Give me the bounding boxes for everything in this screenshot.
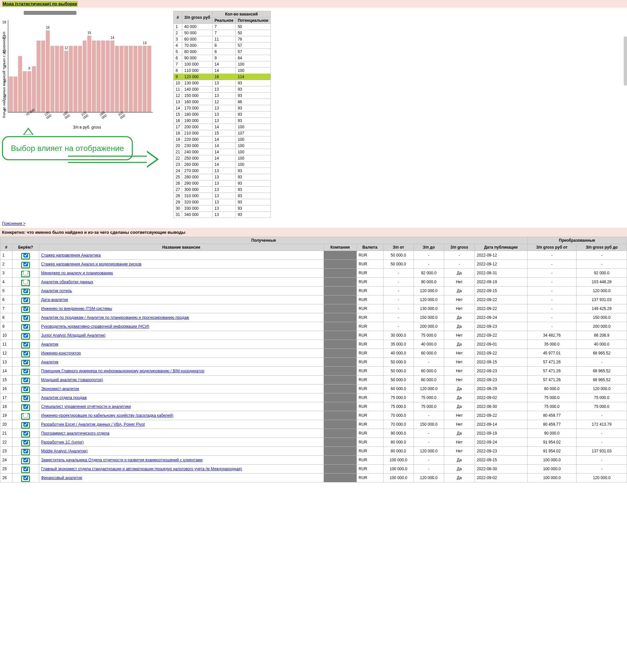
stat-row: 250 000750 [174,30,271,36]
vacancy-link[interactable]: Заместитель начальника Отдела отчетности… [41,458,203,462]
vacancy-link[interactable]: Инженер по внедрению ITSM-системы [41,306,112,311]
stat-row: 13160 0001286 [174,99,271,105]
select-checkbox[interactable] [23,386,28,391]
vacancy-link[interactable]: Стажер направления Аналитика [41,253,101,258]
vacancy-link[interactable]: Аналитик по продажам / Аналитик по плани… [41,315,189,320]
vacancy-link[interactable]: Аналитик отдела продаж [41,395,87,400]
select-checkbox[interactable] [23,378,28,382]
table-row: 14Помощник Главного инженера по информац… [0,367,627,376]
scrollbar[interactable] [624,36,627,86]
vacancy-link[interactable]: Разработчик 1С (junior) [41,440,84,445]
company-cell [324,456,356,464]
chart-x-axis-label: З/п в руб. gross [21,125,153,129]
chart-bar [41,41,45,112]
res-col-2: Название вакансии [39,244,324,251]
explain-link[interactable]: Пояснения > [2,221,25,226]
vacancy-link[interactable]: Главный экономист отдела стандартизации … [41,466,242,471]
table-row: 5Аналитик потерьRUR-120 000.0Да2022-09-1… [0,287,627,295]
chart-bar [55,46,59,113]
select-checkbox[interactable] [23,324,28,329]
vacancy-link[interactable]: Аналитик [41,360,58,364]
table-row: 11АналитикRUR35 000.040 000.0Да2022-09-0… [0,340,627,349]
company-cell [324,322,356,331]
vacancy-link[interactable]: Руководитель нормативно-справочной инфор… [41,324,149,329]
select-checkbox[interactable] [23,342,28,346]
vacancy-link[interactable]: Аналитик обработки данных [41,280,93,284]
vacancy-link[interactable]: Дата-аналитик [41,297,68,302]
select-checkbox[interactable] [23,315,28,320]
table-row: 24Заместитель начальника Отдела отчетнос… [0,456,627,464]
chart-bar [73,46,77,113]
stat-row: 9120 00016114 [174,74,271,80]
chart-bar [36,41,41,112]
select-checkbox[interactable] [23,413,28,418]
table-row: 12Инженер-конструкторRUR40 000.060 000.0… [0,349,627,358]
company-cell [324,411,356,420]
select-checkbox[interactable] [23,458,28,462]
group-received: Полученные [0,237,527,244]
company-cell [324,420,356,429]
company-cell [324,269,356,278]
vacancy-link[interactable]: Junior Analyst (Младший Аналитик) [41,333,106,338]
select-checkbox[interactable] [23,395,28,400]
select-checkbox[interactable] [23,306,28,311]
select-checkbox[interactable] [23,440,28,445]
select-checkbox[interactable] [23,449,28,453]
vacancy-link[interactable]: Аналитик потерь [41,289,72,293]
vacancy-link[interactable]: Инженер-проектировщик по кабельному хозя… [41,413,173,418]
chart-bar: 13 [143,46,147,113]
select-checkbox[interactable] [23,422,28,427]
stat-row: 12150 0001393 [174,93,271,99]
vacancy-link[interactable]: Стажер направления Анализ и моделировани… [41,262,141,266]
company-cell [324,438,356,447]
stat-row: 10130 0001393 [174,80,271,87]
stat-row: 470 000857 [174,43,271,49]
vacancy-link[interactable]: Помощник Главного инженера по информацио… [41,369,204,373]
select-checkbox[interactable] [23,271,28,275]
select-checkbox[interactable] [23,253,28,258]
select-checkbox[interactable] [23,333,28,338]
vacancy-link[interactable]: Финансовый аналитик [41,476,82,480]
stat-row: 20230 00014100 [174,143,271,149]
stat-row: 28310 0001393 [174,193,271,199]
stat-row: 8110 00014100 [174,68,271,74]
vacancy-link[interactable]: Специалист управления отчётности и анали… [41,404,131,409]
select-checkbox[interactable] [23,289,28,293]
select-checkbox[interactable] [23,476,28,480]
vacancy-link[interactable]: Инженер-конструктор [41,351,81,356]
chart-bar [23,71,27,112]
select-checkbox[interactable] [23,297,28,302]
company-cell [324,474,356,482]
select-checkbox[interactable] [23,360,28,364]
table-row: 22Разработчик 1С (junior)RUR80 000.0-Нет… [0,438,627,447]
vacancy-link[interactable]: Программист аналитического отдела [41,431,109,436]
stat-row: 27300 0001393 [174,187,271,193]
select-checkbox[interactable] [23,404,28,409]
select-checkbox[interactable] [23,280,28,284]
res-col-8: Дата публикации [475,244,527,251]
select-checkbox[interactable] [23,369,28,373]
chart-bar [83,41,87,112]
chart-bar [50,46,54,113]
table-row: 4Аналитик обработки данныхRUR-90 000.0Не… [0,278,627,287]
chart-bar [69,46,73,113]
select-checkbox[interactable] [23,262,28,266]
stat-row: 140 000750 [174,24,271,30]
stat-table: # З/п gross руб Кол-во вакансий Реальное… [173,11,271,218]
select-checkbox[interactable] [23,431,28,436]
chart-bar: 12 [64,51,68,112]
vacancy-link[interactable]: Менеджер по анализу и планированию [41,271,114,275]
select-checkbox[interactable] [23,351,28,356]
vacancy-link[interactable]: Экономист-аналитик [41,386,79,391]
vacancy-link[interactable]: Middle Analyst (Аналитик) [41,449,87,453]
stat-row: 690 000964 [174,55,271,61]
stat-row: 11140 0001393 [174,87,271,93]
col-potential: Потенциальное [235,18,271,24]
stat-row: 580 000857 [174,49,271,55]
vacancy-link[interactable]: Аналитик [41,342,58,346]
chart-bar: 14 [110,41,114,112]
chart-legend-placeholder [24,11,76,15]
vacancy-link[interactable]: Разработчик Excel / Аналитик данных / VB… [41,422,145,427]
select-checkbox[interactable] [23,466,28,471]
vacancy-link[interactable]: Младший аналитик (товаропоток) [41,378,103,382]
